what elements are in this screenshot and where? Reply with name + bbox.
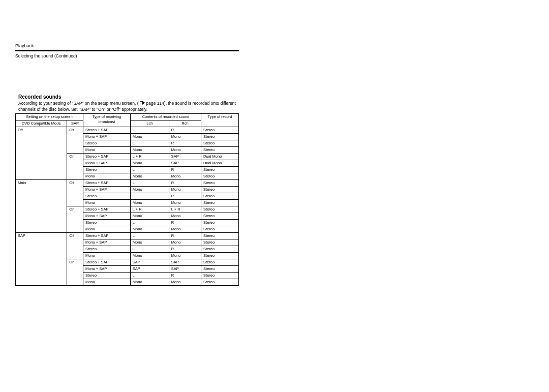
cell-dvd-mode: SAP [16, 233, 67, 286]
cell-lch: L [130, 180, 169, 187]
cell-lch: L + R [130, 154, 169, 160]
svg-rect-0 [140, 102, 142, 104]
cell-rch: R [169, 273, 201, 279]
cell-lch: L + R [130, 206, 169, 213]
cell-sap: Off [67, 180, 83, 206]
cell-record-type: Stereo [201, 173, 239, 180]
table-row: SAPOffStereo + SAPLRStereo [16, 233, 239, 239]
cell-record-type: Stereo [201, 226, 239, 233]
cell-broadcast: Mono [83, 173, 130, 180]
cell-record-type: Stereo [201, 193, 239, 200]
cell-broadcast: Stereo + SAP [83, 127, 130, 134]
cell-dvd-mode: Off [16, 127, 67, 180]
cell-sap: Off [67, 233, 83, 259]
cell-rch: R [169, 167, 201, 173]
cell-record-type: Stereo [201, 246, 239, 253]
cell-rch: Mono [169, 173, 201, 180]
table-row: MainOffStereo + SAPLRStereo [16, 180, 239, 187]
cell-broadcast: Stereo + SAP [83, 233, 130, 239]
cell-broadcast: Mono + SAP [83, 239, 130, 246]
page-reference-icon [140, 101, 145, 106]
cell-broadcast: Stereo [83, 273, 130, 279]
cell-lch: Mono [130, 187, 169, 193]
cell-broadcast: Stereo + SAP [83, 154, 130, 160]
table-row: OffOffStereo + SAPLRStereo [16, 127, 239, 134]
th-lch: Lch [130, 120, 169, 127]
table-header: Setting on the setup screen Type of rece… [16, 114, 239, 127]
cell-dvd-mode: Main [16, 180, 67, 233]
svg-marker-1 [142, 101, 145, 105]
cell-rch: Mono [169, 134, 201, 140]
header-rule-thick [15, 50, 239, 51]
cell-lch: L [130, 193, 169, 200]
cell-rch: L + R [169, 206, 201, 213]
cell-rch: Mono [169, 187, 201, 193]
th-rch: Rch [169, 120, 201, 127]
cell-broadcast: Mono + SAP [83, 213, 130, 220]
cell-rch: SAP [169, 160, 201, 167]
cell-lch: Mono [130, 253, 169, 259]
cell-record-type: Stereo [201, 140, 239, 147]
cell-record-type: Stereo [201, 187, 239, 193]
th-type-broadcast: Type of receiving broadcast [83, 114, 130, 127]
cell-lch: Mono [130, 173, 169, 180]
cell-record-type: Stereo [201, 266, 239, 273]
cell-record-type: Stereo [201, 259, 239, 266]
cell-record-type: Stereo [201, 200, 239, 206]
table-body: OffOffStereo + SAPLRStereoMono + SAPMono… [16, 127, 239, 286]
cell-broadcast: Mono + SAP [83, 266, 130, 273]
cell-lch: Mono [130, 200, 169, 206]
section-body-line2: channels of the disc below. Set "SAP" to… [18, 107, 239, 112]
cell-sap: On [67, 154, 83, 180]
cell-record-type: Stereo [201, 206, 239, 213]
cell-broadcast: Mono + SAP [83, 187, 130, 193]
cell-rch: R [169, 220, 201, 226]
th-type-record: Type of record [201, 114, 239, 127]
body-text-1a: According to your setting of "SAP" on th… [18, 101, 139, 106]
cell-record-type: Stereo [201, 213, 239, 220]
cell-record-type: Stereo [201, 220, 239, 226]
cell-lch: L [130, 246, 169, 253]
th-setting-group: Setting on the setup screen [16, 114, 83, 120]
cell-lch: L [130, 127, 169, 134]
cell-rch: Mono [169, 226, 201, 233]
cell-broadcast: Mono [83, 200, 130, 206]
cell-broadcast: Mono + SAP [83, 160, 130, 167]
cell-broadcast: Stereo [83, 193, 130, 200]
body-text-1b: page 114), the sound is recorded onto di… [146, 101, 236, 106]
cell-lch: L [130, 140, 169, 147]
cell-rch: Mono [169, 279, 201, 286]
cell-broadcast: Stereo + SAP [83, 206, 130, 213]
cell-broadcast: Mono [83, 226, 130, 233]
cell-lch: Mono [130, 226, 169, 233]
cell-record-type: Dual Mono [201, 160, 239, 167]
th-sap: SAP [67, 120, 83, 127]
cell-rch: R [169, 140, 201, 147]
cell-rch: SAP [169, 259, 201, 266]
cell-record-type: Stereo [201, 239, 239, 246]
cell-lch: SAP [130, 266, 169, 273]
cell-record-type: Stereo [201, 253, 239, 259]
section-title: Recorded sounds [18, 94, 239, 100]
cell-broadcast: Mono [83, 279, 130, 286]
cell-record-type: Stereo [201, 279, 239, 286]
document-page: Playback Selecting the sound (Continued)… [15, 43, 239, 286]
cell-rch: Mono [169, 147, 201, 154]
section-body: According to your setting of "SAP" on th… [18, 101, 239, 106]
th-contents-group: Contents of recorded sound [130, 114, 201, 120]
recorded-sounds-table: Setting on the setup screen Type of rece… [15, 113, 239, 286]
cell-lch: L [130, 220, 169, 226]
cell-sap: On [67, 206, 83, 233]
cell-record-type: Stereo [201, 273, 239, 279]
cell-lch: L [130, 273, 169, 279]
page-subheading: Selecting the sound (Continued) [15, 53, 239, 58]
cell-broadcast: Stereo + SAP [83, 259, 130, 266]
cell-broadcast: Stereo [83, 167, 130, 173]
cell-record-type: Stereo [201, 147, 239, 154]
cell-record-type: Dual Mono [201, 154, 239, 160]
cell-broadcast: Stereo [83, 220, 130, 226]
cell-sap: Off [67, 127, 83, 154]
cell-rch: Mono [169, 239, 201, 246]
cell-lch: Mono [130, 134, 169, 140]
cell-record-type: Stereo [201, 180, 239, 187]
